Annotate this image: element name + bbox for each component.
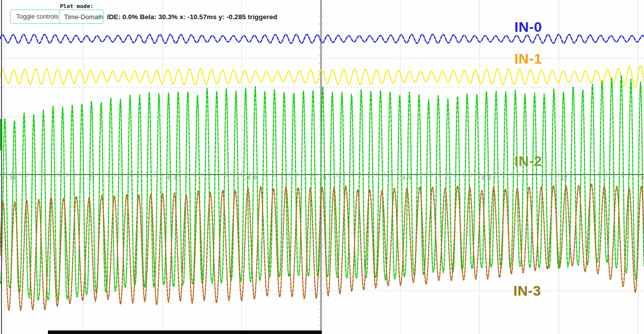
timeline-scrollbar[interactable] — [48, 330, 322, 334]
x-tick-label: -16 — [6, 175, 16, 181]
x-tick-label: 16 — [640, 175, 644, 181]
plot-mode-value: Time-Domain — [64, 13, 103, 21]
channel-label-IN-0: IN-0 — [514, 19, 542, 35]
channel-label-IN-3: IN-3 — [513, 283, 541, 299]
x-tick-label: 8.0 — [482, 175, 491, 181]
x-tick-label: -4.0 — [244, 175, 256, 181]
bela-scope-app: -16-12-8.0-4.004.08.01216 Toggle control… — [0, 0, 644, 334]
channel-label-IN-1: IN-1 — [514, 51, 542, 67]
trace-IN-0 — [0, 34, 644, 43]
status-readout: IDE: 0.0% Bela: 30.3% x: -10.57ms y: -0.… — [107, 13, 277, 21]
scope-canvas[interactable]: -16-12-8.0-4.004.08.01216 — [0, 0, 644, 334]
scope-controls: Toggle controls Plot mode: Time-Domain ▾… — [0, 0, 353, 30]
toggle-controls-button[interactable]: Toggle controls — [10, 10, 65, 24]
trace-IN-1 — [0, 66, 644, 87]
channel-label-IN-2: IN-2 — [514, 153, 542, 170]
plot-left-border — [1, 0, 2, 334]
plot-mode-label: Plot mode: — [60, 3, 93, 10]
chevron-down-icon: ▾ — [98, 13, 102, 20]
plot-mode-select[interactable]: Time-Domain ▾ — [59, 10, 104, 24]
